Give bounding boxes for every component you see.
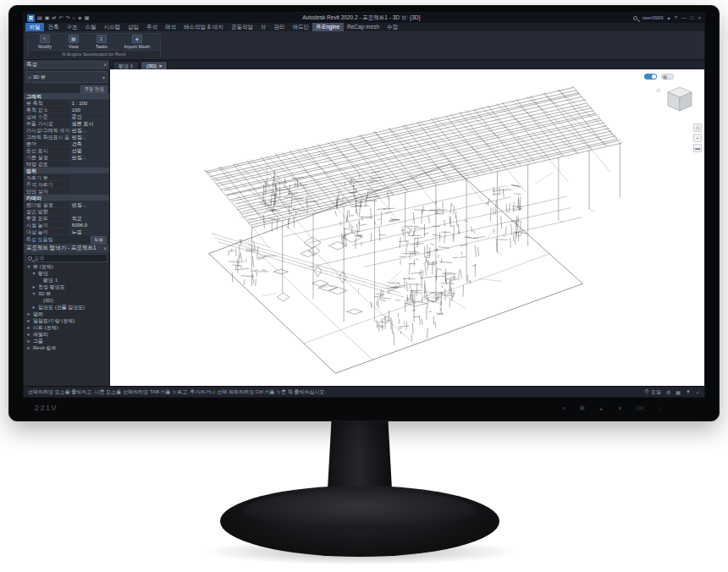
ribbon-tab-view[interactable]: 뷰 (256, 23, 270, 31)
tree-item-3d-views[interactable]: ▾3D 뷰 (24, 290, 109, 297)
property-value[interactable]: 원본 표시 (69, 120, 109, 126)
viewcube-home-icon[interactable]: ⌂ (656, 86, 660, 94)
tree-item-sheets[interactable]: ▸시트 (전체) (24, 324, 109, 331)
tree-item-legends[interactable]: ▸범례 (24, 311, 109, 317)
ribbon-tab-structure[interactable]: 구조 (63, 23, 81, 31)
edit-type-button[interactable]: 유형 편집 (80, 85, 108, 93)
design-options-icon[interactable]: ▦ (676, 389, 681, 395)
property-value[interactable]: 직교 (69, 215, 109, 221)
tasks-tool-button[interactable]: ≡ Tasks (96, 35, 108, 49)
expander-icon[interactable]: ▸ (26, 311, 31, 317)
monitor-menu-button[interactable]: ≡ (563, 405, 566, 411)
ribbon-tab-steel[interactable]: 스틸 (81, 23, 100, 31)
monitor-power-button[interactable]: ○ (658, 405, 661, 411)
ribbon-tab-systems[interactable]: 시스템 (100, 23, 124, 31)
ribbon-tab-annotate[interactable]: 주석 (143, 23, 162, 31)
steering-wheel-icon[interactable]: ◎ (693, 124, 702, 132)
tree-item-level1[interactable]: 평면 1 (24, 277, 109, 283)
close-button[interactable]: × (698, 15, 701, 20)
thin-lines-icon[interactable]: ▦ (85, 13, 90, 23)
ribbon-tab-collaborate[interactable]: 공동작업 (227, 23, 256, 31)
expander-icon[interactable]: ▾ (31, 270, 36, 277)
expander-icon[interactable]: ▾ (26, 263, 31, 270)
view-tab-close-icon[interactable]: × (159, 62, 163, 70)
ribbon-tab-file[interactable]: 파일 (25, 23, 44, 31)
properties-close-icon[interactable]: × (103, 62, 107, 68)
apply-button[interactable]: 적용 (91, 236, 107, 244)
property-value[interactable]: 선별 (69, 147, 109, 153)
tree-item-groups[interactable]: ▸그룹 (24, 338, 109, 344)
expander-icon[interactable]: ▸ (26, 324, 31, 331)
section-icon[interactable]: ◈ (78, 13, 82, 23)
tree-item-floor-plans[interactable]: ▾평면 (24, 270, 109, 277)
canvas-toggle-on[interactable] (644, 74, 657, 80)
minimize-button[interactable]: — (681, 15, 687, 20)
project-browser-close-icon[interactable]: × (103, 245, 107, 251)
property-value[interactable]: 건축 (69, 140, 109, 146)
search-icon[interactable] (633, 16, 637, 20)
filter-dropdown-icon[interactable]: ▼ (686, 389, 691, 394)
ribbon-tab-manage[interactable]: 관리 (270, 23, 289, 31)
default-3d-view-icon[interactable]: ⌂ (72, 13, 75, 23)
ribbon-tab-recap-mesh[interactable]: ReCap mesh (344, 23, 383, 31)
expander-icon[interactable]: ▸ (31, 304, 36, 311)
viewcube[interactable] (661, 82, 698, 119)
ribbon-tab-insert[interactable]: 삽입 (124, 23, 143, 31)
property-value[interactable]: 중간 (69, 113, 109, 119)
worksharing-icon[interactable]: ⚙ (666, 389, 670, 395)
revit-logo-icon[interactable]: R (27, 14, 35, 22)
view-tool-button[interactable]: ▦ View (69, 35, 79, 49)
expander-icon[interactable]: ▸ (26, 344, 31, 351)
modify-tool-button[interactable]: ↖ Modify (38, 35, 52, 49)
import-mesh-tool-button[interactable]: ◈ Import Mesh (124, 35, 151, 49)
user-menu-chevron-icon[interactable]: ▾ (668, 15, 670, 21)
tree-item-views[interactable]: ▾뷰 (전체) (24, 263, 109, 270)
property-group-graphics[interactable]: 그래픽 (24, 93, 109, 100)
tree-item-families[interactable]: ▸패밀리 (24, 331, 109, 338)
expander-icon[interactable]: ▸ (26, 338, 31, 344)
monitor-input-button[interactable]: ▣ (580, 404, 585, 411)
property-value[interactable]: 편집... (69, 134, 109, 140)
maximize-button[interactable]: □ (691, 15, 694, 20)
sync-icon[interactable]: ⇄ (52, 13, 56, 23)
view-tab-3d[interactable]: {3D}× (141, 61, 168, 69)
undo-icon[interactable]: ↶ (58, 13, 63, 23)
expander-icon[interactable]: ▸ (26, 317, 31, 324)
active-workset-label[interactable]: 주 모델 (644, 388, 661, 396)
monitor-down-button[interactable]: ▼ (617, 405, 622, 411)
tree-item-schedules[interactable]: ▸일람표/수량 (전체) (24, 317, 109, 324)
property-value[interactable]: 느낌 (69, 228, 109, 234)
ribbon-tab-architecture[interactable]: 건축 (44, 23, 63, 31)
property-checkbox[interactable] (69, 188, 109, 194)
zoom-icon[interactable]: + (693, 134, 702, 142)
editable-only-icon[interactable]: ✓ (696, 389, 700, 395)
property-group-extents[interactable]: 범위 (24, 168, 109, 174)
property-value[interactable]: 편집... (69, 127, 109, 133)
signed-in-user[interactable]: user0909 (642, 15, 663, 20)
property-value[interactable]: 6096.0 (69, 222, 109, 228)
help-icon[interactable]: ? (675, 15, 677, 20)
property-group-camera[interactable]: 카메라 (24, 195, 109, 201)
expander-icon[interactable]: ▸ (31, 283, 36, 290)
expander-icon[interactable]: ▸ (26, 331, 31, 338)
monitor-up-button[interactable]: ▲ (598, 405, 604, 411)
property-checkbox[interactable] (69, 161, 109, 167)
property-value[interactable]: 1 : 100 (69, 100, 109, 106)
open-icon[interactable]: ▤ (37, 13, 42, 23)
property-checkbox[interactable] (69, 208, 109, 214)
expander-icon[interactable]: ▾ (31, 290, 36, 297)
ribbon-tab-massing-site[interactable]: 매스작업 & 대지 (180, 23, 228, 31)
monitor-ok-button[interactable]: OK (637, 405, 644, 411)
canvas-toggle-off[interactable] (661, 74, 674, 80)
browser-search-input[interactable]: 검색 (25, 254, 108, 262)
redo-icon[interactable]: ↷ (65, 13, 69, 23)
view-tab-floor-plan[interactable]: 평면 1 (113, 61, 139, 69)
property-value[interactable]: 100 (69, 107, 109, 113)
ribbon-tab-analyze[interactable]: 해석 (162, 23, 180, 31)
save-icon[interactable]: ▣ (45, 13, 50, 23)
model-canvas[interactable]: ⌂ ◎ + ▬ (110, 69, 704, 386)
tree-item-3d[interactable]: {3D} (24, 297, 109, 304)
pan-icon[interactable]: ▬ (693, 144, 702, 152)
ribbon-tab-addins[interactable]: 애드인 (289, 23, 313, 31)
ribbon-tab-modify[interactable]: 수정 (383, 23, 402, 31)
